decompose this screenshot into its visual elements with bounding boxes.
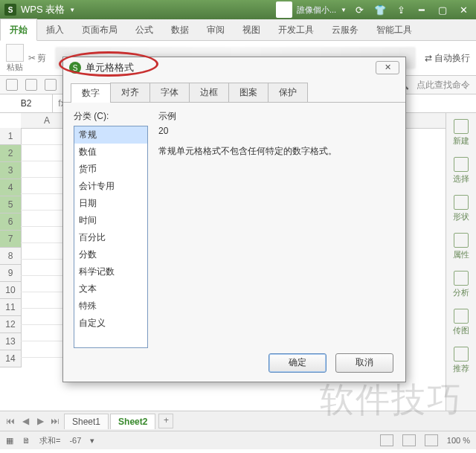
sidepanel-recommend[interactable]: 推荐 [453, 347, 469, 374]
sidepanel-image[interactable]: 传图 [453, 309, 469, 336]
print-icon[interactable] [45, 79, 57, 91]
category-item[interactable]: 数值 [74, 144, 147, 161]
user-avatar[interactable] [276, 1, 292, 18]
share-icon[interactable]: ⇪ [393, 3, 409, 16]
cancel-button[interactable]: 取消 [335, 353, 393, 373]
category-item[interactable]: 特殊 [74, 298, 147, 315]
row-header[interactable]: 12 [0, 316, 21, 333]
row-header[interactable]: 5 [0, 196, 21, 213]
save-icon[interactable] [25, 79, 37, 91]
dialog-tab-3[interactable]: 边框 [189, 83, 229, 102]
row-header[interactable]: 4 [0, 179, 21, 196]
sidepanel-props[interactable]: 属性 [453, 233, 469, 260]
sidepanel-analyze[interactable]: 分析 [453, 271, 469, 298]
user-dropdown-icon[interactable]: ▼ [341, 7, 347, 13]
name-box[interactable]: B2 [0, 94, 53, 112]
ribbon-tab-0[interactable]: 开始 [0, 19, 37, 41]
sheet-nav-next[interactable]: ▶ [34, 416, 46, 426]
category-list[interactable]: 常规数值货币会计专用日期时间百分比分数科学记数文本特殊自定义 [74, 126, 148, 348]
category-item[interactable]: 百分比 [74, 229, 147, 246]
sidepanel-new[interactable]: 新建 [453, 119, 469, 147]
command-search-hint[interactable]: 点此查找命令 [416, 79, 470, 91]
sheet-nav-last[interactable]: ⏭ [49, 416, 61, 426]
user-name[interactable]: 誰像個小... [297, 4, 336, 16]
cloud-icon[interactable]: ⟳ [351, 3, 367, 16]
zoom-value[interactable]: 100 % [447, 436, 470, 445]
row-header[interactable]: 6 [0, 213, 21, 231]
title-dropdown-icon[interactable]: ▼ [69, 7, 75, 13]
ribbon-tab-1[interactable]: 插入 [37, 19, 73, 40]
autowrap-label: 自动换行 [434, 52, 470, 65]
autowrap-button[interactable]: ⇄ 自动换行 [425, 52, 470, 65]
new-icon [454, 119, 469, 134]
select-icon [454, 157, 469, 172]
row-header[interactable]: 9 [0, 265, 21, 282]
open-icon[interactable] [6, 79, 18, 91]
dialog-tab-2[interactable]: 字体 [149, 83, 190, 102]
dialog-tab-1[interactable]: 对齐 [110, 83, 150, 102]
add-sheet-button[interactable]: + [158, 414, 173, 428]
sheet-nav-first[interactable]: ⏮ [4, 416, 16, 426]
ribbon-tab-2[interactable]: 页面布局 [73, 19, 126, 40]
row-header[interactable]: 7 [0, 231, 21, 248]
dialog-title: 单元格格式 [86, 61, 134, 74]
maximize-button[interactable]: ▢ [434, 3, 451, 16]
layout-icon[interactable]: ▦ [6, 436, 13, 446]
skin-icon[interactable]: 👕 [372, 3, 388, 16]
ribbon-tab-5[interactable]: 审阅 [198, 19, 234, 40]
view-page[interactable] [402, 434, 416, 446]
dialog-tab-4[interactable]: 图案 [228, 83, 268, 102]
sidepanel-label: 传图 [453, 325, 469, 336]
ribbon-tab-7[interactable]: 开发工具 [269, 19, 323, 40]
category-item[interactable]: 科学记数 [74, 263, 147, 280]
minimize-button[interactable]: ━ [414, 3, 430, 16]
category-item[interactable]: 日期 [74, 195, 147, 212]
ribbon-tab-4[interactable]: 数据 [162, 19, 198, 40]
doc-icon[interactable]: 🗎 [22, 436, 30, 445]
row-header[interactable]: 2 [0, 145, 21, 162]
category-item[interactable]: 时间 [74, 212, 147, 229]
sum-value: -67 [69, 436, 81, 445]
category-item[interactable]: 文本 [74, 280, 147, 298]
category-item[interactable]: 会计专用 [74, 178, 147, 195]
ribbon-tab-9[interactable]: 智能工具 [367, 19, 421, 40]
category-item[interactable]: 自定义 [74, 315, 147, 332]
close-button[interactable]: ✕ [455, 3, 472, 16]
autowrap-icon: ⇄ [425, 53, 432, 63]
sidepanel-label: 形状 [453, 211, 469, 222]
row-header[interactable]: 10 [0, 282, 21, 299]
row-header[interactable]: 3 [0, 162, 21, 179]
sidepanel-label: 属性 [453, 249, 469, 260]
view-break[interactable] [425, 434, 438, 446]
dialog-tab-5[interactable]: 保护 [268, 83, 308, 102]
status-dropdown-icon[interactable]: ▾ [90, 436, 94, 446]
sheet-tab[interactable]: Sheet1 [64, 414, 109, 429]
row-header[interactable]: 8 [0, 248, 21, 265]
category-item[interactable]: 分数 [74, 246, 147, 263]
sidepanel-shape[interactable]: 形状 [453, 195, 469, 222]
dialog-close-button[interactable]: ✕ [376, 61, 399, 74]
sheet-tab-bar: ⏮ ◀ ▶ ⏭ Sheet1Sheet2 + [0, 411, 476, 431]
row-header[interactable]: 14 [0, 350, 21, 367]
paste-button[interactable]: 粘贴 [6, 44, 24, 73]
dialog-tab-0[interactable]: 数字 [71, 83, 111, 103]
status-bar: ▦ 🗎 求和= -67 ▾ 100 % [0, 431, 476, 449]
cut-button[interactable]: ✂ 剪 [28, 52, 46, 65]
category-item[interactable]: 货币 [74, 161, 147, 178]
ribbon-tab-8[interactable]: 云服务 [323, 19, 367, 40]
row-header[interactable]: 13 [0, 333, 21, 350]
ribbon-tab-6[interactable]: 视图 [234, 19, 269, 40]
ribbon-tab-3[interactable]: 公式 [126, 19, 162, 40]
ok-button[interactable]: 确定 [268, 353, 327, 373]
sheet-nav-prev[interactable]: ◀ [19, 416, 31, 426]
view-normal[interactable] [380, 434, 393, 446]
analyze-icon [454, 271, 469, 286]
category-item[interactable]: 常规 [74, 126, 147, 144]
sidepanel-select[interactable]: 选择 [453, 157, 469, 184]
sidepanel-label: 推荐 [453, 363, 469, 374]
sheet-tab[interactable]: Sheet2 [110, 414, 155, 429]
row-header[interactable]: 1 [0, 128, 21, 145]
sum-label: 求和= [39, 435, 60, 446]
ribbon-tabs: 开始插入页面布局公式数据审阅视图开发工具云服务智能工具 [0, 19, 476, 41]
row-header[interactable]: 11 [0, 299, 21, 316]
